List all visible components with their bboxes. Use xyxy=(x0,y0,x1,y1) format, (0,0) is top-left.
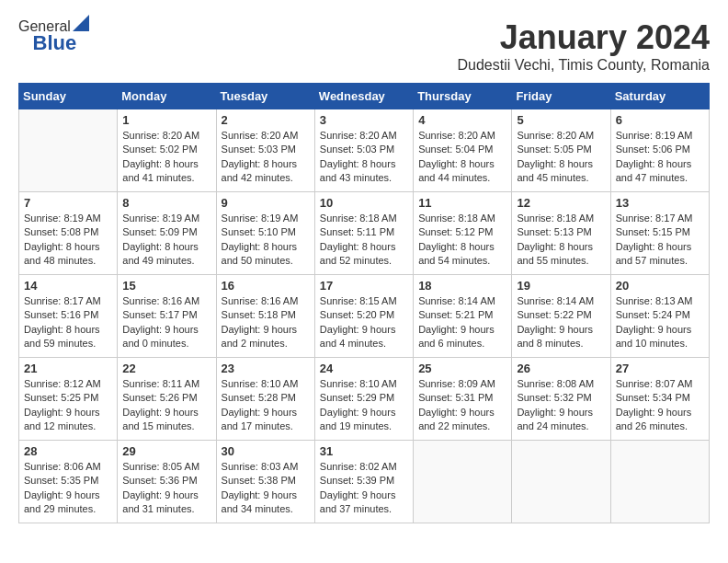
day-info: Sunrise: 8:10 AM Sunset: 5:28 PM Dayligh… xyxy=(222,377,310,434)
day-number: 12 xyxy=(517,196,605,210)
calendar-cell: 11Sunrise: 8:18 AM Sunset: 5:12 PM Dayli… xyxy=(414,192,512,275)
day-number: 26 xyxy=(517,362,605,375)
day-info: Sunrise: 8:18 AM Sunset: 5:12 PM Dayligh… xyxy=(418,212,506,269)
calendar-cell xyxy=(512,441,610,523)
day-number: 29 xyxy=(122,444,210,458)
day-info: Sunrise: 8:20 AM Sunset: 5:05 PM Dayligh… xyxy=(517,129,605,186)
calendar-cell: 3Sunrise: 8:20 AM Sunset: 5:03 PM Daylig… xyxy=(314,109,413,192)
calendar-cell: 10Sunrise: 8:18 AM Sunset: 5:11 PM Dayli… xyxy=(314,192,413,275)
day-number: 7 xyxy=(24,196,112,210)
calendar-cell: 21Sunrise: 8:12 AM Sunset: 5:25 PM Dayli… xyxy=(19,358,118,441)
calendar-day-header: Saturday xyxy=(610,84,709,109)
day-info: Sunrise: 8:03 AM Sunset: 5:38 PM Dayligh… xyxy=(222,460,310,517)
calendar-day-header: Thursday xyxy=(414,84,512,109)
day-number: 9 xyxy=(222,196,310,210)
day-number: 31 xyxy=(320,444,408,458)
calendar-cell: 9Sunrise: 8:19 AM Sunset: 5:10 PM Daylig… xyxy=(216,192,314,275)
day-number: 8 xyxy=(122,196,210,210)
calendar-cell: 2Sunrise: 8:20 AM Sunset: 5:03 PM Daylig… xyxy=(216,109,314,192)
calendar-cell: 18Sunrise: 8:14 AM Sunset: 5:21 PM Dayli… xyxy=(414,275,512,358)
calendar-cell: 17Sunrise: 8:15 AM Sunset: 5:20 PM Dayli… xyxy=(314,275,413,358)
day-number: 5 xyxy=(517,113,605,127)
day-info: Sunrise: 8:12 AM Sunset: 5:25 PM Dayligh… xyxy=(24,377,112,434)
month-title: January 2024 xyxy=(458,18,710,57)
day-info: Sunrise: 8:20 AM Sunset: 5:03 PM Dayligh… xyxy=(320,129,408,186)
calendar-cell: 7Sunrise: 8:19 AM Sunset: 5:08 PM Daylig… xyxy=(19,192,118,275)
calendar-cell: 27Sunrise: 8:07 AM Sunset: 5:34 PM Dayli… xyxy=(610,358,709,441)
day-info: Sunrise: 8:19 AM Sunset: 5:08 PM Dayligh… xyxy=(24,212,112,269)
calendar-day-header: Wednesday xyxy=(314,84,413,109)
calendar-cell xyxy=(19,109,118,192)
day-number: 2 xyxy=(222,113,310,127)
day-info: Sunrise: 8:19 AM Sunset: 5:06 PM Dayligh… xyxy=(616,129,704,186)
day-number: 18 xyxy=(418,279,506,293)
calendar-cell: 15Sunrise: 8:16 AM Sunset: 5:17 PM Dayli… xyxy=(118,275,216,358)
day-number: 4 xyxy=(418,113,506,127)
calendar-week-row: 7Sunrise: 8:19 AM Sunset: 5:08 PM Daylig… xyxy=(19,192,710,275)
day-info: Sunrise: 8:18 AM Sunset: 5:11 PM Dayligh… xyxy=(320,212,408,269)
calendar-cell: 25Sunrise: 8:09 AM Sunset: 5:31 PM Dayli… xyxy=(414,358,512,441)
day-number: 24 xyxy=(320,362,408,375)
calendar-cell: 12Sunrise: 8:18 AM Sunset: 5:13 PM Dayli… xyxy=(512,192,610,275)
calendar-cell: 29Sunrise: 8:05 AM Sunset: 5:36 PM Dayli… xyxy=(118,441,216,523)
logo: General Blue xyxy=(18,18,89,55)
day-info: Sunrise: 8:19 AM Sunset: 5:10 PM Dayligh… xyxy=(222,212,310,269)
day-info: Sunrise: 8:16 AM Sunset: 5:18 PM Dayligh… xyxy=(222,294,310,351)
day-info: Sunrise: 8:19 AM Sunset: 5:09 PM Dayligh… xyxy=(122,212,210,269)
day-number: 6 xyxy=(616,113,704,127)
day-info: Sunrise: 8:20 AM Sunset: 5:02 PM Dayligh… xyxy=(122,129,210,186)
calendar-week-row: 1Sunrise: 8:20 AM Sunset: 5:02 PM Daylig… xyxy=(19,109,710,192)
calendar-cell: 28Sunrise: 8:06 AM Sunset: 5:35 PM Dayli… xyxy=(19,441,118,523)
day-info: Sunrise: 8:06 AM Sunset: 5:35 PM Dayligh… xyxy=(24,460,112,517)
calendar-cell: 6Sunrise: 8:19 AM Sunset: 5:06 PM Daylig… xyxy=(610,109,709,192)
calendar-day-header: Friday xyxy=(512,84,610,109)
calendar-cell: 19Sunrise: 8:14 AM Sunset: 5:22 PM Dayli… xyxy=(512,275,610,358)
calendar-week-row: 14Sunrise: 8:17 AM Sunset: 5:16 PM Dayli… xyxy=(19,275,710,358)
day-info: Sunrise: 8:05 AM Sunset: 5:36 PM Dayligh… xyxy=(122,460,210,517)
calendar-cell: 24Sunrise: 8:10 AM Sunset: 5:29 PM Dayli… xyxy=(314,358,413,441)
day-info: Sunrise: 8:15 AM Sunset: 5:20 PM Dayligh… xyxy=(320,294,408,351)
calendar-cell: 8Sunrise: 8:19 AM Sunset: 5:09 PM Daylig… xyxy=(118,192,216,275)
calendar-cell: 30Sunrise: 8:03 AM Sunset: 5:38 PM Dayli… xyxy=(216,441,314,523)
calendar-week-row: 21Sunrise: 8:12 AM Sunset: 5:25 PM Dayli… xyxy=(19,358,710,441)
day-info: Sunrise: 8:14 AM Sunset: 5:22 PM Dayligh… xyxy=(517,294,605,351)
day-number: 15 xyxy=(122,279,210,293)
day-number: 21 xyxy=(24,362,112,375)
calendar-cell: 31Sunrise: 8:02 AM Sunset: 5:39 PM Dayli… xyxy=(314,441,413,523)
day-info: Sunrise: 8:13 AM Sunset: 5:24 PM Dayligh… xyxy=(616,294,704,351)
calendar-cell: 14Sunrise: 8:17 AM Sunset: 5:16 PM Dayli… xyxy=(19,275,118,358)
day-info: Sunrise: 8:17 AM Sunset: 5:15 PM Dayligh… xyxy=(616,212,704,269)
calendar-cell: 16Sunrise: 8:16 AM Sunset: 5:18 PM Dayli… xyxy=(216,275,314,358)
page-header: General Blue January 2024 Dudestii Vechi… xyxy=(18,18,710,74)
day-number: 3 xyxy=(320,113,408,127)
day-number: 22 xyxy=(122,362,210,375)
day-number: 16 xyxy=(222,279,310,293)
calendar-cell: 22Sunrise: 8:11 AM Sunset: 5:26 PM Dayli… xyxy=(118,358,216,441)
day-number: 17 xyxy=(320,279,408,293)
calendar-cell: 13Sunrise: 8:17 AM Sunset: 5:15 PM Dayli… xyxy=(610,192,709,275)
day-info: Sunrise: 8:08 AM Sunset: 5:32 PM Dayligh… xyxy=(517,377,605,434)
calendar-day-header: Monday xyxy=(118,84,216,109)
calendar-cell xyxy=(414,441,512,523)
day-info: Sunrise: 8:11 AM Sunset: 5:26 PM Dayligh… xyxy=(122,377,210,434)
day-number: 28 xyxy=(24,444,112,458)
day-info: Sunrise: 8:07 AM Sunset: 5:34 PM Dayligh… xyxy=(616,377,704,434)
day-number: 30 xyxy=(222,444,310,458)
location-text: Dudestii Vechi, Timis County, Romania xyxy=(458,57,710,74)
calendar-table: SundayMondayTuesdayWednesdayThursdayFrid… xyxy=(18,83,710,523)
day-number: 27 xyxy=(616,362,704,375)
day-info: Sunrise: 8:14 AM Sunset: 5:21 PM Dayligh… xyxy=(418,294,506,351)
day-number: 20 xyxy=(616,279,704,293)
calendar-cell: 1Sunrise: 8:20 AM Sunset: 5:02 PM Daylig… xyxy=(118,109,216,192)
calendar-cell: 5Sunrise: 8:20 AM Sunset: 5:05 PM Daylig… xyxy=(512,109,610,192)
calendar-cell: 4Sunrise: 8:20 AM Sunset: 5:04 PM Daylig… xyxy=(414,109,512,192)
calendar-week-row: 28Sunrise: 8:06 AM Sunset: 5:35 PM Dayli… xyxy=(19,441,710,523)
day-number: 23 xyxy=(222,362,310,375)
day-info: Sunrise: 8:20 AM Sunset: 5:04 PM Dayligh… xyxy=(418,129,506,186)
day-info: Sunrise: 8:16 AM Sunset: 5:17 PM Dayligh… xyxy=(122,294,210,351)
calendar-cell xyxy=(610,441,709,523)
svg-marker-0 xyxy=(73,15,89,31)
calendar-day-header: Sunday xyxy=(19,84,118,109)
day-number: 13 xyxy=(616,196,704,210)
title-block: January 2024 Dudestii Vechi, Timis Count… xyxy=(458,18,710,74)
